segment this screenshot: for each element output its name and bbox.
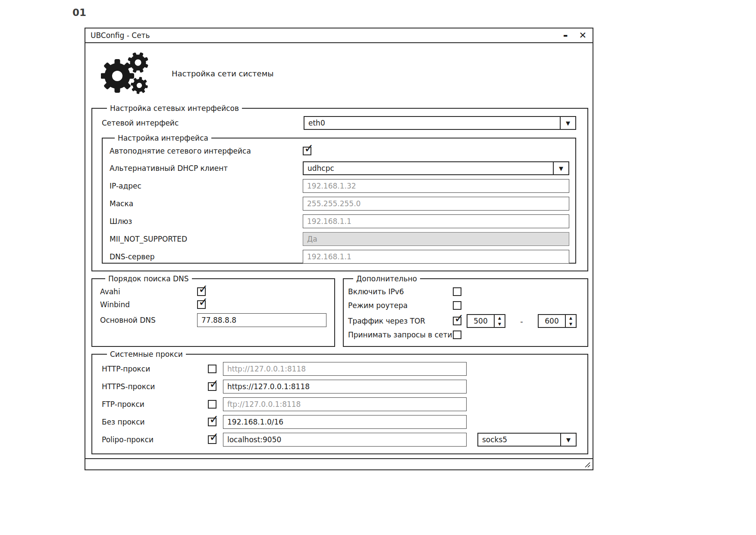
spin-down-button[interactable]: ▼: [566, 321, 576, 327]
dhcp-client-select-dropdown-button[interactable]: ▼: [553, 162, 568, 174]
no-proxy-checkbox[interactable]: ✓: [208, 418, 216, 426]
autoraise-label: Автоподнятие сетевого интерфейса: [110, 147, 303, 155]
network-interfaces-group: Настройка сетевых интерфейсов Сетевой ин…: [91, 104, 588, 271]
http-proxy-value: http://127.0.0.1:8118: [227, 365, 306, 373]
no-proxy-label: Без прокси: [102, 418, 208, 426]
https-proxy-field[interactable]: https://127.0.0.1:8118: [223, 380, 467, 393]
primary-dns-label: Основной DNS: [100, 316, 197, 324]
polipo-proxy-checkbox[interactable]: ✓: [208, 435, 216, 444]
tor-port-to-value: 600: [539, 315, 565, 327]
dns-order-legend: Порядок поиска DNS: [105, 274, 192, 283]
primary-dns-field[interactable]: 77.88.8.8: [197, 313, 326, 327]
tor-port-to-spinner[interactable]: 600 ▲ ▼: [538, 314, 577, 328]
avahi-checkbox[interactable]: ✓: [197, 287, 206, 296]
interface-select-dropdown-button[interactable]: ▼: [560, 117, 575, 129]
https-proxy-row: HTTPS-прокси ✓ https://127.0.0.1:8118: [102, 380, 579, 393]
polipo-protocol-value: socks5: [478, 434, 560, 446]
check-icon: ✓: [454, 312, 464, 324]
additional-group: Дополнительно Включить IPv6 ✓ Режим роут…: [343, 274, 588, 347]
netmask-label: Маска: [110, 199, 303, 208]
spin-up-button[interactable]: ▲: [495, 315, 505, 321]
https-proxy-label: HTTPS-прокси: [102, 382, 208, 391]
ftp-proxy-row: FTP-прокси ✓ ftp://127.0.0.1:8118: [102, 397, 579, 411]
check-icon: ✓: [209, 413, 219, 425]
tor-port-from-spinner[interactable]: 500 ▲ ▼: [467, 314, 505, 328]
gears-icon: [101, 51, 153, 96]
router-mode-row: Режим роутера ✓: [348, 300, 584, 311]
https-proxy-checkbox[interactable]: ✓: [208, 382, 216, 391]
polipo-proxy-field[interactable]: localhost:9050: [223, 433, 467, 447]
netmask-row: Маска 255.255.255.0: [110, 197, 569, 211]
ubconfig-network-window: UBConfig - Сеть ▬ ✕: [85, 28, 593, 470]
window-title: UBConfig - Сеть: [91, 31, 150, 40]
ftp-proxy-checkbox[interactable]: ✓: [208, 400, 216, 409]
chevron-down-icon: ▼: [566, 437, 571, 443]
window-controls: ▬ ✕: [563, 31, 587, 40]
check-icon: ✓: [198, 283, 208, 295]
check-icon: ✓: [209, 431, 219, 443]
primary-dns-row: Основной DNS 77.88.8.8: [100, 313, 326, 327]
polipo-protocol-dropdown-button[interactable]: ▼: [560, 434, 576, 446]
accept-requests-checkbox[interactable]: ✓: [453, 330, 461, 339]
no-proxy-row: Без прокси ✓ 192.168.1.0/16: [102, 415, 579, 429]
ip-address-label: IP-адрес: [110, 182, 303, 190]
mii-value: Да: [307, 235, 317, 243]
minimize-button[interactable]: ▬: [563, 33, 568, 38]
no-proxy-value: 192.168.1.0/16: [227, 418, 283, 426]
gateway-label: Шлюз: [110, 217, 303, 226]
ftp-proxy-value: ftp://127.0.0.1:8118: [227, 400, 301, 409]
system-proxies-group: Системные прокси HTTP-прокси ✓ http://12…: [91, 350, 588, 454]
router-mode-checkbox[interactable]: ✓: [453, 301, 461, 310]
dns-server-field[interactable]: 192.168.1.1: [303, 250, 569, 264]
system-proxies-legend: Системные прокси: [107, 350, 186, 359]
close-icon: ✕: [579, 31, 587, 40]
spin-down-button[interactable]: ▼: [495, 321, 505, 327]
gateway-value: 192.168.1.1: [307, 217, 351, 226]
winbind-row: Winbind ✓: [100, 299, 326, 310]
page-title: Настройка сети системы: [172, 69, 273, 78]
accept-requests-label: Принимать запросы в сети: [348, 330, 453, 339]
ipv6-checkbox[interactable]: ✓: [453, 287, 461, 296]
http-proxy-field[interactable]: http://127.0.0.1:8118: [223, 362, 467, 376]
dns-server-row: DNS-сервер 192.168.1.1: [110, 250, 569, 264]
gateway-field[interactable]: 192.168.1.1: [303, 214, 569, 228]
interface-row: Сетевой интерфейс eth0 ▼: [102, 116, 576, 130]
polipo-proxy-label: Polipo-прокси: [102, 435, 208, 444]
dns-server-label: DNS-сервер: [110, 252, 303, 261]
accept-requests-row: Принимать запросы в сети ✓: [348, 330, 584, 340]
tor-row: Траффик через TOR ✓ 500 ▲ ▼ - 600 ▲ ▼: [348, 314, 584, 328]
close-button[interactable]: ✕: [579, 31, 587, 40]
chevron-down-icon: ▼: [566, 120, 570, 126]
dns-order-group: Порядок поиска DNS Avahi ✓ Winbind ✓ Осн…: [91, 274, 335, 347]
winbind-checkbox[interactable]: ✓: [197, 300, 206, 309]
autoraise-row: Автоподнятие сетевого интерфейса ✓: [110, 146, 569, 156]
dhcp-client-label: Альтернативный DHCP клиент: [110, 164, 303, 173]
http-proxy-label: HTTP-прокси: [102, 365, 208, 373]
spinner-buttons: ▲ ▼: [565, 315, 576, 327]
netmask-field[interactable]: 255.255.255.0: [303, 197, 569, 211]
tor-checkbox[interactable]: ✓: [453, 317, 461, 325]
no-proxy-field[interactable]: 192.168.1.0/16: [223, 415, 467, 429]
interface-settings-group: Настройка интерфейса Автоподнятие сетево…: [102, 134, 576, 264]
ftp-proxy-field[interactable]: ftp://127.0.0.1:8118: [223, 397, 467, 411]
check-icon: ✓: [209, 378, 219, 390]
title-bar[interactable]: UBConfig - Сеть ▬ ✕: [85, 28, 593, 43]
router-mode-label: Режим роутера: [348, 301, 453, 310]
interface-select[interactable]: eth0 ▼: [304, 116, 576, 130]
ipv6-label: Включить IPv6: [348, 287, 453, 296]
dhcp-client-select-value: udhcpc: [304, 162, 553, 174]
dhcp-client-select[interactable]: udhcpc ▼: [303, 161, 569, 175]
netmask-value: 255.255.255.0: [307, 199, 361, 208]
dns-server-value: 192.168.1.1: [307, 252, 351, 261]
autoraise-checkbox[interactable]: ✓: [303, 147, 311, 155]
spin-up-button[interactable]: ▲: [566, 315, 576, 321]
chevron-down-icon: ▼: [559, 165, 563, 172]
polipo-protocol-select[interactable]: socks5 ▼: [477, 433, 577, 447]
ipv6-row: Включить IPv6 ✓: [348, 286, 584, 297]
avahi-label: Avahi: [100, 287, 197, 296]
range-separator: -: [505, 317, 538, 326]
resize-grip-icon[interactable]: [583, 461, 590, 468]
ip-address-field[interactable]: 192.168.1.32: [303, 179, 569, 193]
polipo-proxy-value: localhost:9050: [227, 435, 281, 444]
http-proxy-checkbox[interactable]: ✓: [208, 365, 216, 373]
